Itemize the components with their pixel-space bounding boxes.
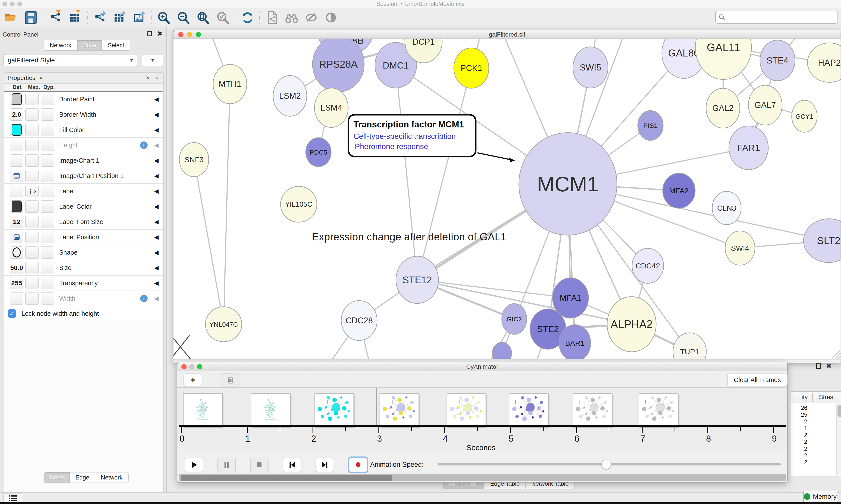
float-panel-icon[interactable]: [816, 363, 821, 370]
export-image-button[interactable]: [132, 10, 146, 25]
mapping-cell[interactable]: [25, 231, 38, 243]
network-node-cln3[interactable]: CLN3: [712, 191, 741, 224]
table-row[interactable]: 25: [791, 411, 807, 418]
slider-knob[interactable]: [602, 460, 611, 469]
zoom-out-button[interactable]: [176, 10, 191, 25]
import-table-button[interactable]: [68, 10, 82, 25]
expand-row-icon[interactable]: ◀: [154, 199, 159, 214]
property-row-label-font-size[interactable]: 12Label Font Size◀: [4, 214, 163, 230]
table-row[interactable]: 1: [791, 425, 807, 432]
bypass-cell[interactable]: [41, 124, 54, 136]
bypass-cell[interactable]: [41, 170, 54, 182]
style-selector[interactable]: galFiltered Style ▾: [3, 54, 137, 66]
network-node-lsm4[interactable]: LSM4: [315, 88, 348, 127]
network-node-yil105c[interactable]: YIL105C: [281, 186, 317, 222]
float-panel-icon[interactable]: [146, 31, 152, 37]
bypass-cell[interactable]: [41, 185, 54, 197]
table-scrollbar[interactable]: [836, 403, 841, 475]
property-row-border-width[interactable]: 2.0Border Width◀: [4, 107, 163, 122]
window-close-button[interactable]: [181, 364, 186, 370]
window-zoom-button[interactable]: [196, 32, 201, 37]
play-button[interactable]: [185, 457, 203, 472]
window-minimize-button[interactable]: [187, 32, 192, 37]
close-panel-icon[interactable]: ✖: [826, 363, 831, 370]
default-cell[interactable]: [10, 93, 23, 105]
network-node-lsm2[interactable]: LSM2: [273, 75, 307, 116]
frame-thumbnail-6[interactable]: [509, 393, 549, 427]
bypass-cell[interactable]: [41, 216, 54, 228]
expand-row-icon[interactable]: ◀: [154, 291, 159, 306]
property-row-image-chart-1[interactable]: Image/Chart 1◀: [4, 153, 163, 168]
network-node-mcm1[interactable]: MCM1: [519, 133, 617, 235]
tab-style[interactable]: Style: [77, 40, 102, 50]
tab-select[interactable]: Select: [102, 40, 130, 50]
expand-row-icon[interactable]: ◀: [154, 153, 159, 168]
table-row[interactable]: 2: [791, 438, 807, 445]
expand-row-icon[interactable]: ◀: [154, 107, 159, 122]
expand-row-icon[interactable]: ◀: [154, 214, 159, 229]
network-annotation-text[interactable]: Expression change after deletion of GAL1: [312, 231, 506, 242]
table-row[interactable]: 2: [791, 432, 807, 438]
property-row-label-position[interactable]: Label Position◀: [4, 230, 163, 245]
clone-network-button[interactable]: [265, 10, 279, 25]
network-node-far1[interactable]: FAR1: [729, 126, 768, 170]
property-row-size[interactable]: 50.0Size◀: [4, 260, 163, 276]
cyanimator-hscrollbar[interactable]: [179, 474, 786, 481]
properties-header[interactable]: Properties ▾ » «: [4, 73, 163, 84]
expand-row-icon[interactable]: ◀: [154, 230, 159, 245]
default-cell[interactable]: [10, 231, 23, 243]
export-table-button[interactable]: [112, 10, 127, 25]
property-row-transparency[interactable]: 255Transparency◀: [4, 276, 163, 291]
info-icon[interactable]: i: [140, 141, 148, 149]
expand-row-icon[interactable]: ◀: [154, 122, 159, 137]
network-node-gal7[interactable]: GAL7: [748, 85, 782, 125]
network-node-hap2[interactable]: HAP2: [807, 43, 841, 82]
frame-thumbnail-5[interactable]: [447, 393, 486, 427]
mapping-cell[interactable]: [25, 108, 38, 121]
default-cell[interactable]: [10, 139, 23, 151]
default-cell[interactable]: [10, 170, 23, 182]
default-cell[interactable]: [10, 154, 23, 167]
show-details-button[interactable]: [324, 10, 338, 25]
network-node-bar1[interactable]: BAR1: [559, 325, 591, 360]
resize-grip-icon[interactable]: [832, 350, 841, 359]
column-header[interactable]: Stres: [819, 394, 833, 401]
bypass-cell[interactable]: [41, 93, 54, 105]
mapping-cell[interactable]: [25, 170, 38, 182]
network-node-rps28a[interactable]: RPS28A: [312, 39, 364, 92]
show-panels-button[interactable]: [3, 493, 22, 504]
export-network-button[interactable]: [92, 10, 107, 25]
bypass-cell[interactable]: [41, 277, 54, 289]
clear-all-frames-button[interactable]: Clear All Frames: [727, 374, 788, 386]
cyanimator-titlebar[interactable]: CyAnimator: [177, 362, 787, 371]
expand-row-icon[interactable]: ◀: [154, 184, 159, 199]
default-cell[interactable]: [10, 292, 23, 305]
stop-button[interactable]: [250, 457, 269, 472]
find-network-button[interactable]: [284, 10, 299, 25]
network-node-cdc42[interactable]: CDC42: [632, 248, 664, 283]
table-row[interactable]: 26: [791, 404, 807, 411]
frame-thumbnail-3[interactable]: [315, 393, 354, 427]
record-button[interactable]: [349, 457, 367, 472]
network-node-snf3[interactable]: SNF3: [179, 143, 209, 177]
bypass-cell[interactable]: [41, 292, 54, 305]
default-cell[interactable]: 2.0: [10, 108, 23, 121]
table-row[interactable]: 2: [791, 452, 807, 459]
window-zoom-button[interactable]: [197, 364, 202, 370]
expand-row-icon[interactable]: ◀: [154, 276, 159, 290]
animation-speed-slider[interactable]: [437, 463, 781, 466]
network-node-cdc28[interactable]: CDC28: [341, 301, 377, 340]
default-cell[interactable]: [10, 185, 23, 197]
bypass-cell[interactable]: [41, 262, 54, 274]
property-row-shape[interactable]: Shape◀: [4, 245, 163, 260]
tab-node[interactable]: Node: [44, 472, 70, 483]
default-cell[interactable]: 50.0: [10, 262, 23, 274]
table-row[interactable]: 2: [791, 459, 807, 466]
property-row-fill-color[interactable]: Fill Color◀: [4, 122, 163, 138]
bypass-cell[interactable]: [41, 231, 54, 243]
mapping-cell[interactable]: [25, 292, 38, 305]
refresh-layout-button[interactable]: [240, 10, 254, 25]
network-node-mth1[interactable]: MTH1: [213, 65, 247, 104]
import-network-button[interactable]: [48, 10, 62, 25]
expand-row-icon[interactable]: ◀: [154, 245, 159, 260]
